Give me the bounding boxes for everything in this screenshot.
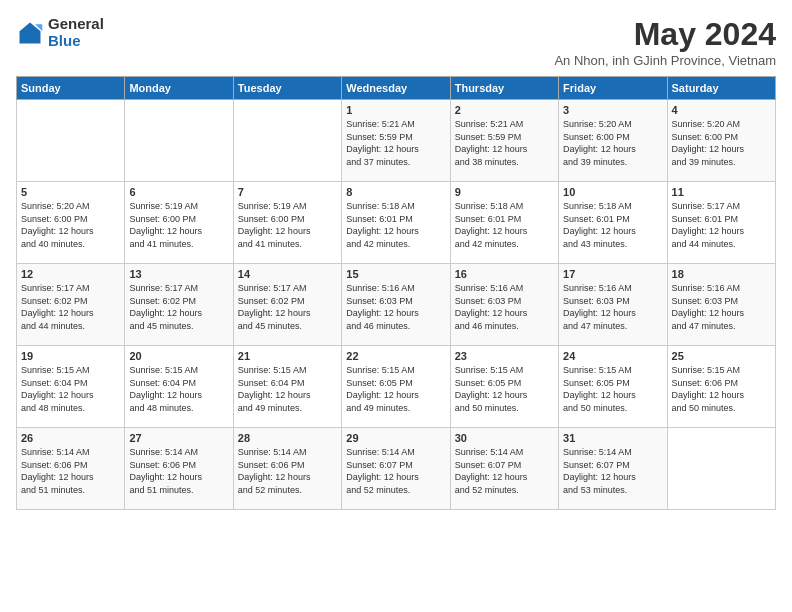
calendar-cell: 26Sunrise: 5:14 AM Sunset: 6:06 PM Dayli… xyxy=(17,428,125,510)
day-number: 29 xyxy=(346,432,445,444)
day-number: 23 xyxy=(455,350,554,362)
header-saturday: Saturday xyxy=(667,77,775,100)
calendar-cell: 24Sunrise: 5:15 AM Sunset: 6:05 PM Dayli… xyxy=(559,346,667,428)
calendar-cell: 30Sunrise: 5:14 AM Sunset: 6:07 PM Dayli… xyxy=(450,428,558,510)
day-number: 17 xyxy=(563,268,662,280)
calendar-cell xyxy=(17,100,125,182)
day-number: 7 xyxy=(238,186,337,198)
calendar-row-2: 5Sunrise: 5:20 AM Sunset: 6:00 PM Daylig… xyxy=(17,182,776,264)
calendar-cell: 11Sunrise: 5:17 AM Sunset: 6:01 PM Dayli… xyxy=(667,182,775,264)
calendar-cell: 18Sunrise: 5:16 AM Sunset: 6:03 PM Dayli… xyxy=(667,264,775,346)
day-info: Sunrise: 5:21 AM Sunset: 5:59 PM Dayligh… xyxy=(346,118,445,168)
day-number: 3 xyxy=(563,104,662,116)
day-info: Sunrise: 5:17 AM Sunset: 6:02 PM Dayligh… xyxy=(21,282,120,332)
day-number: 14 xyxy=(238,268,337,280)
calendar-row-1: 1Sunrise: 5:21 AM Sunset: 5:59 PM Daylig… xyxy=(17,100,776,182)
day-info: Sunrise: 5:17 AM Sunset: 6:02 PM Dayligh… xyxy=(238,282,337,332)
calendar-cell: 7Sunrise: 5:19 AM Sunset: 6:00 PM Daylig… xyxy=(233,182,341,264)
calendar-table: Sunday Monday Tuesday Wednesday Thursday… xyxy=(16,76,776,510)
day-number: 26 xyxy=(21,432,120,444)
day-info: Sunrise: 5:20 AM Sunset: 6:00 PM Dayligh… xyxy=(21,200,120,250)
day-info: Sunrise: 5:20 AM Sunset: 6:00 PM Dayligh… xyxy=(672,118,771,168)
calendar-cell: 13Sunrise: 5:17 AM Sunset: 6:02 PM Dayli… xyxy=(125,264,233,346)
day-number: 30 xyxy=(455,432,554,444)
day-info: Sunrise: 5:16 AM Sunset: 6:03 PM Dayligh… xyxy=(346,282,445,332)
calendar-cell: 16Sunrise: 5:16 AM Sunset: 6:03 PM Dayli… xyxy=(450,264,558,346)
day-number: 24 xyxy=(563,350,662,362)
day-number: 16 xyxy=(455,268,554,280)
header-monday: Monday xyxy=(125,77,233,100)
header-friday: Friday xyxy=(559,77,667,100)
logo-text: General Blue xyxy=(48,16,104,49)
calendar-cell: 3Sunrise: 5:20 AM Sunset: 6:00 PM Daylig… xyxy=(559,100,667,182)
day-number: 4 xyxy=(672,104,771,116)
day-number: 19 xyxy=(21,350,120,362)
day-number: 18 xyxy=(672,268,771,280)
calendar-cell: 20Sunrise: 5:15 AM Sunset: 6:04 PM Dayli… xyxy=(125,346,233,428)
page-header: General Blue May 2024 An Nhon, inh GJinh… xyxy=(16,16,776,68)
day-info: Sunrise: 5:17 AM Sunset: 6:01 PM Dayligh… xyxy=(672,200,771,250)
title-block: May 2024 An Nhon, inh GJinh Province, Vi… xyxy=(554,16,776,68)
calendar-cell: 10Sunrise: 5:18 AM Sunset: 6:01 PM Dayli… xyxy=(559,182,667,264)
day-number: 10 xyxy=(563,186,662,198)
day-info: Sunrise: 5:15 AM Sunset: 6:06 PM Dayligh… xyxy=(672,364,771,414)
day-number: 8 xyxy=(346,186,445,198)
day-info: Sunrise: 5:14 AM Sunset: 6:07 PM Dayligh… xyxy=(455,446,554,496)
day-number: 12 xyxy=(21,268,120,280)
day-info: Sunrise: 5:15 AM Sunset: 6:05 PM Dayligh… xyxy=(455,364,554,414)
day-number: 28 xyxy=(238,432,337,444)
calendar-cell: 17Sunrise: 5:16 AM Sunset: 6:03 PM Dayli… xyxy=(559,264,667,346)
calendar-cell xyxy=(125,100,233,182)
calendar-cell: 28Sunrise: 5:14 AM Sunset: 6:06 PM Dayli… xyxy=(233,428,341,510)
header-wednesday: Wednesday xyxy=(342,77,450,100)
day-number: 13 xyxy=(129,268,228,280)
day-number: 1 xyxy=(346,104,445,116)
logo: General Blue xyxy=(16,16,104,49)
calendar-row-3: 12Sunrise: 5:17 AM Sunset: 6:02 PM Dayli… xyxy=(17,264,776,346)
day-info: Sunrise: 5:15 AM Sunset: 6:05 PM Dayligh… xyxy=(346,364,445,414)
day-info: Sunrise: 5:15 AM Sunset: 6:05 PM Dayligh… xyxy=(563,364,662,414)
day-info: Sunrise: 5:14 AM Sunset: 6:06 PM Dayligh… xyxy=(238,446,337,496)
day-info: Sunrise: 5:15 AM Sunset: 6:04 PM Dayligh… xyxy=(21,364,120,414)
day-number: 22 xyxy=(346,350,445,362)
calendar-cell: 12Sunrise: 5:17 AM Sunset: 6:02 PM Dayli… xyxy=(17,264,125,346)
day-number: 21 xyxy=(238,350,337,362)
calendar-row-5: 26Sunrise: 5:14 AM Sunset: 6:06 PM Dayli… xyxy=(17,428,776,510)
day-info: Sunrise: 5:14 AM Sunset: 6:07 PM Dayligh… xyxy=(563,446,662,496)
calendar-title: May 2024 xyxy=(554,16,776,53)
day-info: Sunrise: 5:14 AM Sunset: 6:06 PM Dayligh… xyxy=(129,446,228,496)
calendar-cell: 27Sunrise: 5:14 AM Sunset: 6:06 PM Dayli… xyxy=(125,428,233,510)
calendar-cell: 8Sunrise: 5:18 AM Sunset: 6:01 PM Daylig… xyxy=(342,182,450,264)
calendar-row-4: 19Sunrise: 5:15 AM Sunset: 6:04 PM Dayli… xyxy=(17,346,776,428)
calendar-cell: 4Sunrise: 5:20 AM Sunset: 6:00 PM Daylig… xyxy=(667,100,775,182)
calendar-cell xyxy=(233,100,341,182)
day-info: Sunrise: 5:20 AM Sunset: 6:00 PM Dayligh… xyxy=(563,118,662,168)
day-info: Sunrise: 5:21 AM Sunset: 5:59 PM Dayligh… xyxy=(455,118,554,168)
day-info: Sunrise: 5:14 AM Sunset: 6:06 PM Dayligh… xyxy=(21,446,120,496)
day-number: 5 xyxy=(21,186,120,198)
day-info: Sunrise: 5:18 AM Sunset: 6:01 PM Dayligh… xyxy=(346,200,445,250)
day-number: 27 xyxy=(129,432,228,444)
calendar-cell xyxy=(667,428,775,510)
logo-blue: Blue xyxy=(48,33,104,50)
day-number: 2 xyxy=(455,104,554,116)
day-number: 25 xyxy=(672,350,771,362)
calendar-subtitle: An Nhon, inh GJinh Province, Vietnam xyxy=(554,53,776,68)
logo-general: General xyxy=(48,16,104,33)
calendar-cell: 22Sunrise: 5:15 AM Sunset: 6:05 PM Dayli… xyxy=(342,346,450,428)
header-sunday: Sunday xyxy=(17,77,125,100)
calendar-cell: 23Sunrise: 5:15 AM Sunset: 6:05 PM Dayli… xyxy=(450,346,558,428)
header-row: Sunday Monday Tuesday Wednesday Thursday… xyxy=(17,77,776,100)
day-number: 31 xyxy=(563,432,662,444)
calendar-cell: 15Sunrise: 5:16 AM Sunset: 6:03 PM Dayli… xyxy=(342,264,450,346)
day-number: 9 xyxy=(455,186,554,198)
day-info: Sunrise: 5:14 AM Sunset: 6:07 PM Dayligh… xyxy=(346,446,445,496)
day-info: Sunrise: 5:17 AM Sunset: 6:02 PM Dayligh… xyxy=(129,282,228,332)
calendar-cell: 5Sunrise: 5:20 AM Sunset: 6:00 PM Daylig… xyxy=(17,182,125,264)
day-info: Sunrise: 5:16 AM Sunset: 6:03 PM Dayligh… xyxy=(455,282,554,332)
day-info: Sunrise: 5:15 AM Sunset: 6:04 PM Dayligh… xyxy=(129,364,228,414)
calendar-cell: 29Sunrise: 5:14 AM Sunset: 6:07 PM Dayli… xyxy=(342,428,450,510)
day-info: Sunrise: 5:15 AM Sunset: 6:04 PM Dayligh… xyxy=(238,364,337,414)
day-info: Sunrise: 5:18 AM Sunset: 6:01 PM Dayligh… xyxy=(455,200,554,250)
calendar-cell: 31Sunrise: 5:14 AM Sunset: 6:07 PM Dayli… xyxy=(559,428,667,510)
